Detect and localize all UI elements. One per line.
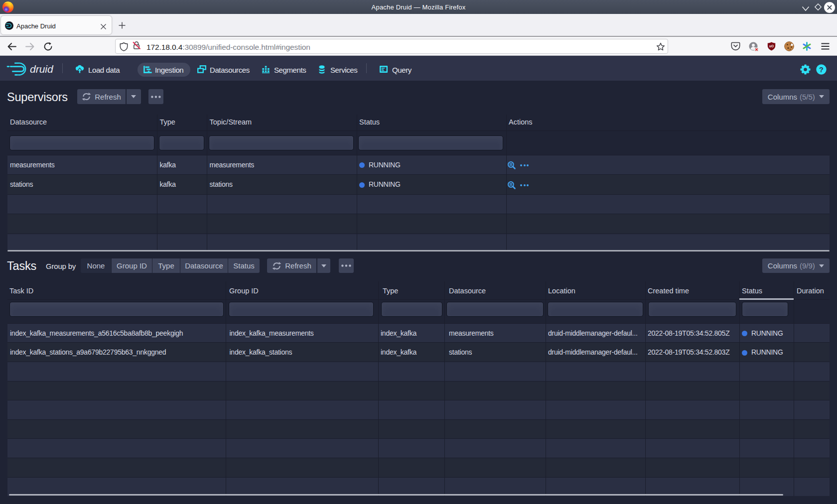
svg-text:uO: uO [769,44,774,48]
svg-text:?: ? [819,66,824,74]
